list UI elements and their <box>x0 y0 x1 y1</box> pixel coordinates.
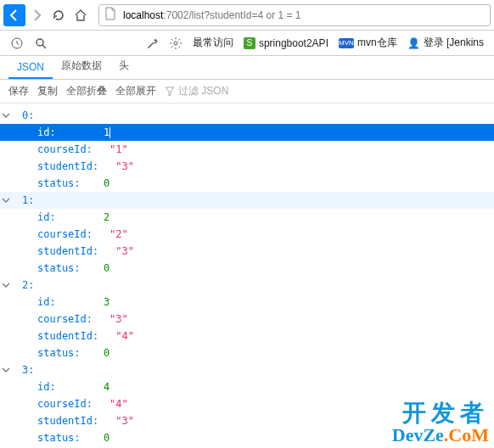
json-key: courseId: <box>12 143 93 155</box>
json-field-row[interactable]: courseId:"1" <box>0 141 494 158</box>
json-value: 1 <box>87 126 121 138</box>
json-index-key: 2: <box>12 279 34 291</box>
json-key: id: <box>12 296 87 308</box>
page-icon <box>104 7 118 23</box>
svg-point-2 <box>174 42 177 45</box>
mvn-icon: MVN <box>339 38 354 48</box>
json-value: "3" <box>98 245 134 257</box>
json-field-row[interactable]: studentId:"3" <box>0 412 494 429</box>
json-index-key: 0: <box>12 109 34 121</box>
json-field-row[interactable]: courseId:"3" <box>0 311 494 328</box>
json-value: "2" <box>93 228 128 240</box>
expand-all-button[interactable]: 全部展开 <box>115 84 156 98</box>
json-value: 0 <box>87 262 121 274</box>
collapse-all-button[interactable]: 全部折叠 <box>66 84 107 98</box>
json-field-row[interactable]: studentId:"3" <box>0 243 494 260</box>
json-value: "4" <box>93 398 128 410</box>
caret-down-icon <box>2 281 12 289</box>
bookmark-most-visited[interactable]: 最常访问 <box>193 36 233 50</box>
json-field-row[interactable]: status:0 <box>0 260 494 277</box>
tab-raw[interactable]: 原始数据 <box>53 53 110 79</box>
history-button[interactable] <box>10 36 24 50</box>
json-object-header[interactable]: 1: <box>0 192 494 209</box>
json-value: "4" <box>98 330 134 342</box>
tab-json[interactable]: JSON <box>8 56 53 79</box>
save-button[interactable]: 保存 <box>8 84 29 98</box>
json-key: status: <box>12 347 87 359</box>
bookmark-springboot[interactable]: Sspringboot2API <box>244 37 328 49</box>
json-field-row[interactable]: courseId:"2" <box>0 226 494 243</box>
json-field-row[interactable]: courseId:"4" <box>0 395 494 412</box>
json-index-key: 3: <box>12 364 34 376</box>
reload-button[interactable] <box>48 4 70 26</box>
filter-json-input[interactable]: 过滤 JSON <box>165 84 228 98</box>
json-key: status: <box>12 177 87 189</box>
json-key: courseId: <box>12 313 93 325</box>
json-value: 0 <box>87 177 121 189</box>
json-key: studentId: <box>12 415 98 427</box>
json-value: 3 <box>87 296 121 308</box>
caret-down-icon <box>2 111 12 120</box>
json-value: "1" <box>93 143 128 155</box>
json-field-row[interactable]: id:2 <box>0 209 494 226</box>
json-value: 4 <box>87 381 121 393</box>
json-field-row[interactable]: status:0 <box>0 429 494 446</box>
json-value: "3" <box>98 160 134 172</box>
svg-point-1 <box>36 39 43 46</box>
json-key: studentId: <box>12 245 98 257</box>
json-key: studentId: <box>12 160 98 172</box>
json-field-row[interactable]: status:0 <box>0 344 494 361</box>
bookmark-login[interactable]: 👤登录 [Jenkins <box>407 36 484 50</box>
jenkins-icon: 👤 <box>407 37 420 49</box>
swagger-icon: S <box>244 37 255 49</box>
devtools-tabs: JSON 原始数据 头 <box>0 56 494 80</box>
caret-down-icon <box>2 196 12 204</box>
back-button[interactable] <box>3 4 25 26</box>
bookmark-mvn[interactable]: MVNmvn仓库 <box>339 36 397 50</box>
json-value: 2 <box>87 211 121 223</box>
json-value: 0 <box>87 432 121 444</box>
browser-toolbar: localhost:7002/list?studentId=4 or 1 = 1 <box>0 0 494 31</box>
devtools-subbar: 保存 复制 全部折叠 全部展开 过滤 JSON <box>0 80 494 104</box>
json-field-row[interactable]: id:3 <box>0 294 494 311</box>
gear-icon[interactable] <box>169 36 182 50</box>
json-key: id: <box>12 211 87 223</box>
json-value: "3" <box>98 415 134 427</box>
tab-head[interactable]: 头 <box>110 53 138 79</box>
home-button[interactable] <box>70 4 92 26</box>
json-object-header[interactable]: 0: <box>0 107 494 124</box>
json-viewer: 0:id:1courseId:"1"studentId:"3"status:01… <box>0 104 494 448</box>
json-key: courseId: <box>12 398 93 410</box>
json-object-header[interactable]: 2: <box>0 277 494 294</box>
json-field-row[interactable]: studentId:"3" <box>0 158 494 175</box>
json-key: courseId: <box>12 228 93 240</box>
bookmarks-bar: 最常访问 Sspringboot2API MVNmvn仓库 👤登录 [Jenki… <box>0 31 494 56</box>
search-button[interactable] <box>34 36 48 50</box>
json-key: studentId: <box>12 330 98 342</box>
json-field-row[interactable]: id:1 <box>0 124 494 141</box>
json-index-key: 1: <box>12 194 34 206</box>
json-key: id: <box>12 126 87 138</box>
json-key: status: <box>12 432 87 444</box>
json-key: status: <box>12 262 87 274</box>
wrench-icon[interactable] <box>145 36 159 50</box>
address-bar[interactable]: localhost:7002/list?studentId=4 or 1 = 1 <box>98 4 491 26</box>
json-value: "3" <box>93 313 128 325</box>
copy-button[interactable]: 复制 <box>37 84 58 98</box>
json-object-header[interactable]: 3: <box>0 361 494 378</box>
json-field-row[interactable]: status:0 <box>0 175 494 192</box>
forward-button[interactable] <box>25 4 48 26</box>
funnel-icon <box>165 87 175 97</box>
json-key: id: <box>12 381 87 393</box>
json-field-row[interactable]: id:4 <box>0 378 494 395</box>
url-text: localhost:7002/list?studentId=4 or 1 = 1 <box>123 9 301 21</box>
json-field-row[interactable]: studentId:"4" <box>0 328 494 344</box>
caret-down-icon <box>2 366 12 374</box>
json-value: 0 <box>87 347 121 359</box>
